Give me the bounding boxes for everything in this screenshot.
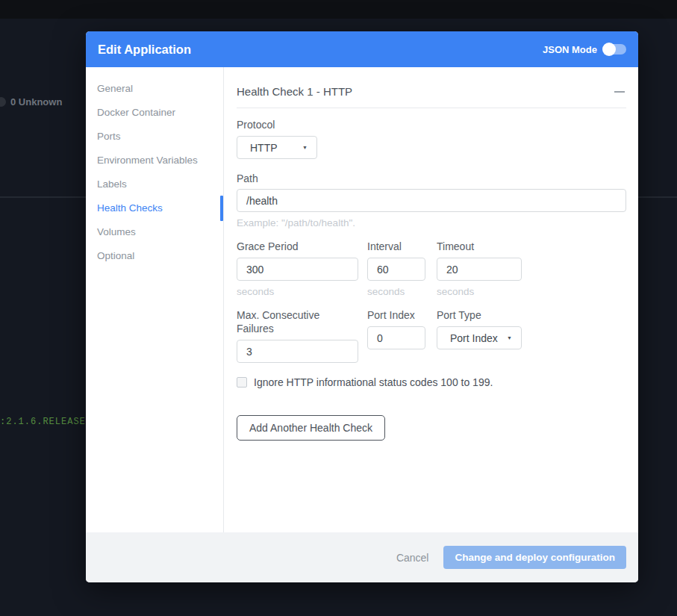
edit-application-modal: Edit Application JSON Mode General Docke… bbox=[86, 31, 638, 582]
ignore-http-label: Ignore HTTP informational status codes 1… bbox=[254, 376, 493, 388]
interval-input[interactable] bbox=[367, 258, 425, 281]
path-label: Path bbox=[237, 172, 626, 185]
max-failures-label: Max. Consecutive Failures bbox=[237, 308, 358, 335]
protocol-select-value: HTTP bbox=[250, 142, 278, 154]
modal-header: Edit Application JSON Mode bbox=[86, 31, 638, 67]
path-input[interactable] bbox=[237, 189, 626, 212]
section-divider bbox=[237, 108, 626, 108]
timeout-input[interactable] bbox=[437, 258, 522, 281]
json-mode-label: JSON Mode bbox=[543, 44, 597, 55]
app-screen: 0 Unknown :2.1.6.RELEASE", Edit Applicat… bbox=[0, 0, 677, 616]
path-help-text: Example: "/path/to/health". bbox=[237, 217, 626, 229]
grace-period-label: Grace Period bbox=[237, 240, 358, 253]
interval-field: Interval seconds bbox=[367, 240, 425, 298]
interval-help: seconds bbox=[367, 285, 425, 298]
max-failures-input[interactable] bbox=[237, 340, 358, 363]
modal-title: Edit Application bbox=[98, 43, 191, 57]
port-index-input[interactable] bbox=[367, 326, 425, 349]
grace-period-input[interactable] bbox=[237, 258, 358, 281]
sidebar-item-environment-variables[interactable]: Environment Variables bbox=[86, 149, 223, 172]
protocol-label: Protocol bbox=[237, 118, 626, 131]
health-checks-panel: Health Check 1 - HTTP Protocol HTTP ▼ Pa… bbox=[224, 67, 638, 532]
chevron-down-icon: ▼ bbox=[302, 145, 308, 150]
grace-period-help: seconds bbox=[237, 285, 358, 298]
unknown-status-dot-icon bbox=[0, 97, 6, 107]
timing-fields-row: Grace Period seconds Interval seconds Ti… bbox=[237, 240, 626, 298]
section-title: Health Check 1 - HTTP bbox=[237, 84, 352, 100]
sidebar-item-ports[interactable]: Ports bbox=[86, 125, 223, 149]
section-header: Health Check 1 - HTTP bbox=[237, 84, 626, 100]
cancel-button[interactable]: Cancel bbox=[396, 552, 429, 564]
toggle-knob-icon bbox=[602, 43, 616, 56]
top-navbar bbox=[0, 0, 677, 19]
sidebar-item-general[interactable]: General bbox=[86, 77, 223, 101]
grace-period-field: Grace Period seconds bbox=[237, 240, 358, 298]
sidebar-item-labels[interactable]: Labels bbox=[86, 172, 223, 196]
unknown-status-label: 0 Unknown bbox=[10, 96, 62, 108]
port-index-label: Port Index bbox=[367, 308, 425, 322]
port-index-field: Port Index bbox=[367, 308, 425, 363]
port-type-select[interactable]: Port Index ▼ bbox=[437, 326, 522, 349]
interval-label: Interval bbox=[367, 240, 425, 253]
background-code-snippet: :2.1.6.RELEASE", bbox=[0, 417, 98, 427]
modal-footer: Cancel Change and deploy configuration bbox=[86, 532, 638, 582]
protocol-select[interactable]: HTTP ▼ bbox=[237, 136, 317, 159]
sidebar-item-optional[interactable]: Optional bbox=[86, 244, 223, 268]
port-type-select-value: Port Index bbox=[450, 332, 498, 344]
collapse-icon[interactable] bbox=[614, 91, 625, 93]
port-type-field: Port Type Port Index ▼ bbox=[437, 308, 522, 363]
modal-body: General Docker Container Ports Environme… bbox=[86, 67, 638, 532]
sidebar-item-health-checks[interactable]: Health Checks bbox=[86, 196, 223, 220]
sidebar-item-docker-container[interactable]: Docker Container bbox=[86, 101, 223, 125]
timeout-label: Timeout bbox=[437, 240, 522, 253]
chevron-down-icon: ▼ bbox=[507, 335, 512, 340]
ignore-http-row: Ignore HTTP informational status codes 1… bbox=[237, 376, 626, 388]
max-failures-field: Max. Consecutive Failures bbox=[237, 308, 358, 363]
port-fields-row: Max. Consecutive Failures Port Index Por… bbox=[237, 308, 626, 363]
port-type-label: Port Type bbox=[437, 308, 522, 322]
ignore-http-checkbox[interactable] bbox=[237, 377, 247, 388]
add-health-check-button[interactable]: Add Another Health Check bbox=[237, 415, 385, 441]
json-mode-toggle[interactable]: JSON Mode bbox=[543, 44, 626, 55]
unknown-status: 0 Unknown bbox=[0, 96, 62, 108]
deploy-configuration-button[interactable]: Change and deploy configuration bbox=[443, 546, 626, 569]
timeout-help: seconds bbox=[437, 285, 522, 298]
modal-sidebar: General Docker Container Ports Environme… bbox=[86, 67, 224, 532]
toggle-track[interactable] bbox=[604, 44, 626, 55]
sidebar-item-volumes[interactable]: Volumes bbox=[86, 220, 223, 244]
timeout-field: Timeout seconds bbox=[437, 240, 522, 298]
